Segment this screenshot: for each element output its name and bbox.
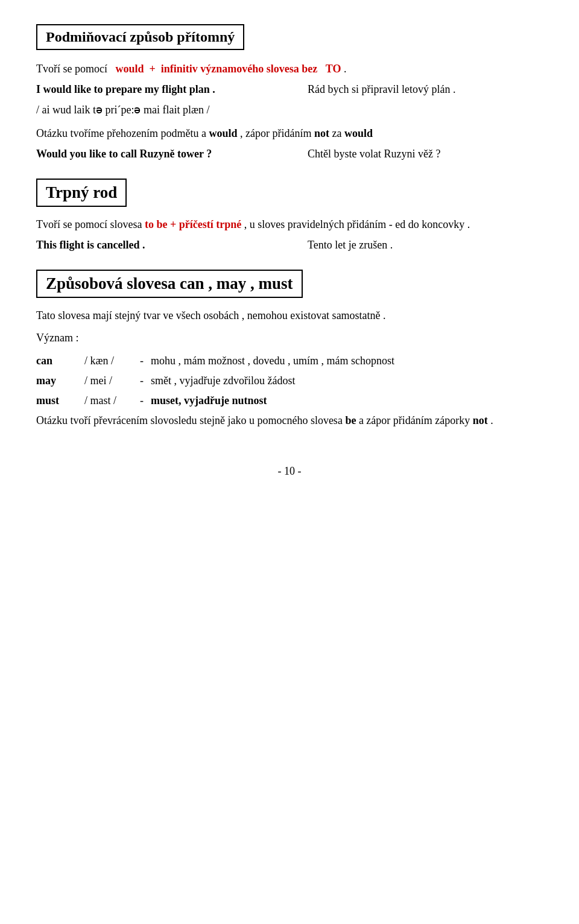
rule1-would: would (209, 127, 237, 139)
section1-title-box: Podmiňovací způsob přítomný (36, 24, 244, 50)
trpny-title: Trpný rod (46, 183, 117, 202)
page-number: - 10 - (36, 465, 543, 478)
trpny-rule: Tvoří se pomocí slovesa to be + příčestí… (36, 217, 543, 233)
example2-right-text: Chtěl byste volat Ruzyni věž ? (308, 148, 440, 160)
vocab-must-dash: - (140, 392, 144, 410)
example1-right-text: Rád bych si připravil letový plán . (308, 83, 455, 95)
example1-left: I would like to prepare my flight plan . (36, 83, 271, 96)
rule1-prefix: Otázku tvoříme přehozením podmětu a (36, 127, 209, 139)
trpny-example-right: Tento let je zrušen . (308, 239, 543, 252)
trpny-example-right-text: Tento let je zrušen . (308, 239, 393, 251)
example1-right: Rád bych si připravil letový plán . (308, 83, 543, 96)
vocab-must-phonetic: / mast / (84, 392, 133, 410)
section3-rule2-cont: a zápor přidáním záporky (356, 414, 472, 426)
vocab-can-dash: - (140, 352, 144, 370)
vyznam-label: Význam : (36, 330, 543, 346)
section1-title: Podmiňovací způsob přítomný (46, 29, 235, 45)
vocab-may-meaning: smět , vyjadřuje zdvořilou žádost (151, 372, 543, 390)
vocab-can-phonetic: / kæn / (84, 352, 133, 370)
vocab-row-must: must / mast / - muset, vyjadřuje nutnost (36, 392, 543, 410)
section3-rule2: Otázku tvoří převrácením slovosledu stej… (36, 413, 543, 429)
rule1-line: Otázku tvoříme přehozením podmětu a woul… (36, 125, 543, 142)
trpny-tobe: to be (145, 218, 168, 230)
zpusobova-title: Způsobová slovesa can , may , must (46, 274, 293, 293)
trpny-rule-cont: , u sloves pravidelných přidáním - ed do… (241, 218, 470, 230)
vocab-can-meaning: mohu , mám možnost , dovedu , umím , mám… (151, 352, 543, 370)
trpny-example-row: This flight is cancelled . Tento let je … (36, 239, 543, 252)
vocab-may-word: may (36, 372, 84, 390)
section3-rule2-end: . (488, 414, 493, 426)
trpny-example-left: This flight is cancelled . (36, 239, 271, 252)
rule1-would2: would (344, 127, 373, 139)
vocab-may-phonetic: / mei / (84, 372, 133, 390)
trpny-example-left-text: This flight is cancelled . (36, 239, 145, 251)
subtitle-middle: + (144, 63, 161, 75)
example2-left-text: Would you like to call Ruzyně tower ? (36, 148, 212, 160)
subtitle-infinitiv: infinitiv významového slovesa bez (161, 63, 318, 75)
section2: Trpný rod Tvoří se pomocí slovesa to be … (36, 179, 543, 252)
example1-row: I would like to prepare my flight plan .… (36, 83, 543, 96)
vocab-list: can / kæn / - mohu , mám možnost , doved… (36, 352, 543, 409)
vocab-row-may: may / mei / - smět , vyjadřuje zdvořilou… (36, 372, 543, 390)
page-number-text: - 10 - (278, 465, 302, 477)
section3-rule1-text: Tato slovesa mají stejný tvar ve všech o… (36, 309, 386, 321)
subtitle-prefix: Tvoří se pomocí (36, 63, 115, 75)
section1-subtitle: Tvoří se pomocí would + infinitiv význam… (36, 61, 543, 77)
section3-rule2-not: not (473, 414, 488, 426)
phonetic-text: / ai wud laik tə pri´pe:ə mai flait plæn… (36, 104, 209, 116)
vocab-row-can: can / kæn / - mohu , mám možnost , doved… (36, 352, 543, 370)
example2-left: Would you like to call Ruzyně tower ? (36, 148, 271, 160)
trpny-title-box: Trpný rod (36, 179, 127, 207)
rule1-comma: , zápor přidáním (237, 127, 314, 139)
trpny-rule-prefix: Tvoří se pomocí slovesa (36, 218, 145, 230)
trpny-pricesti: příčestí trpné (179, 218, 241, 230)
section3-rule1: Tato slovesa mají stejný tvar ve všech o… (36, 308, 543, 324)
vocab-must-word: must (36, 392, 84, 410)
subtitle-space (317, 63, 326, 75)
example2-row: Would you like to call Ruzyně tower ? Ch… (36, 148, 543, 160)
vocab-must-meaning: muset, vyjadřuje nutnost (151, 392, 543, 410)
section3: Způsobová slovesa can , may , must Tato … (36, 270, 543, 429)
phonetic-line: / ai wud laik tə pri´pe:ə mai flait plæn… (36, 102, 543, 118)
rule1-za: za (329, 127, 344, 139)
example2-right: Chtěl byste volat Ruzyni věž ? (308, 148, 543, 160)
trpny-plus: + (170, 218, 176, 230)
rule1-not: not (314, 127, 329, 139)
subtitle-dot: . (341, 63, 346, 75)
vocab-can-word: can (36, 352, 84, 370)
section3-rule2-start: Otázku tvoří převrácením slovosledu stej… (36, 414, 345, 426)
subtitle-to: TO (326, 63, 341, 75)
vocab-may-dash: - (140, 372, 144, 390)
section3-rule2-be: be (345, 414, 356, 426)
subtitle-would: would (115, 63, 144, 75)
example1-left-text: I would like to prepare my flight plan . (36, 83, 215, 95)
vyznam-text: Význam : (36, 332, 78, 344)
page-container: Podmiňovací způsob přítomný Tvoří se pom… (36, 24, 543, 478)
zpusobova-title-box: Způsobová slovesa can , may , must (36, 270, 303, 298)
